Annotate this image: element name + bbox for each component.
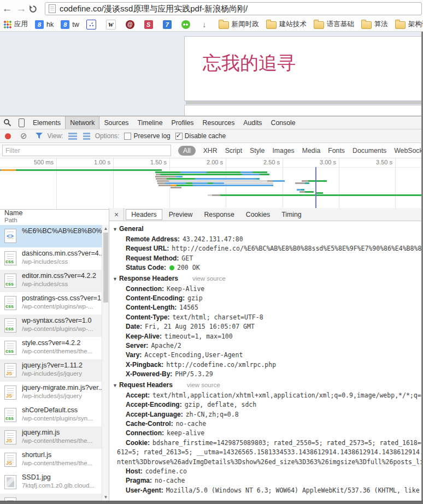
header-value: text/html; charset=UTF-8 bbox=[172, 313, 263, 321]
clear-icon[interactable]: ⊘ bbox=[20, 131, 27, 141]
network-request-row[interactable]: shCoreDefault.css /wp-content/plugins/sy… bbox=[0, 404, 102, 426]
bookmark-item[interactable]: W bbox=[106, 20, 119, 29]
scroll-up-arrow[interactable]: ▲ bbox=[102, 226, 109, 231]
bookmark-item[interactable]: 8 hk bbox=[35, 20, 54, 29]
network-request-row[interactable]: postratings-css.css?ver=1... /wp-content… bbox=[0, 292, 102, 315]
reload-button[interactable] bbox=[28, 4, 43, 14]
network-request-row[interactable]: %E6%BC%AB%E8%B0%8... bbox=[0, 225, 102, 247]
view-waterfall-icon[interactable] bbox=[83, 133, 90, 140]
view-source-link[interactable]: view source bbox=[192, 275, 226, 282]
forward-button[interactable]: → bbox=[14, 3, 28, 15]
header-line: Cache-Control:no-cache bbox=[113, 419, 423, 429]
type-filter-button[interactable]: Images bbox=[272, 147, 294, 155]
back-button[interactable]: ← bbox=[0, 3, 14, 15]
bookmark-icon bbox=[266, 21, 277, 29]
device-toolbar-icon[interactable] bbox=[14, 116, 28, 129]
scroll-down-arrow[interactable]: ▼ bbox=[102, 495, 109, 500]
network-request-row[interactable]: wp-syntax.css?ver=1.0 /wp-content/plugin… bbox=[0, 315, 102, 337]
request-name: postratings-css.css?ver=1... bbox=[22, 294, 102, 302]
url-bar[interactable]: codefine.co/漫谈ssd原理与应用实践pdf-新浪杨尚刚/ bbox=[45, 2, 422, 15]
bookmark-item[interactable]: ∴ bbox=[86, 20, 99, 29]
devtools-tab[interactable]: Audits bbox=[239, 116, 266, 129]
type-filter-buttons: All XHR Script Style Images bbox=[178, 143, 423, 158]
type-filter-button[interactable]: Fonts bbox=[328, 147, 345, 155]
network-request-row[interactable]: jquery-migrate.min.js?ver... /wp-include… bbox=[0, 382, 102, 404]
section-general: ▼General Remote Address:43.242.131.47:80… bbox=[113, 224, 423, 273]
type-filter-button[interactable]: Media bbox=[302, 147, 321, 155]
bookmark-item[interactable]: 算法 bbox=[361, 20, 388, 29]
network-request-row[interactable]: dashicons.min.css?ver=4.... /wp-includes… bbox=[0, 247, 102, 270]
request-path: /wp-content/themes/the... bbox=[22, 348, 102, 354]
headers-tab[interactable]: Headers bbox=[126, 209, 162, 220]
section-request-header[interactable]: ▼Request Headersview source bbox=[113, 380, 423, 391]
type-filter-button[interactable]: XHR bbox=[203, 147, 218, 155]
bookmark-icon: 7 bbox=[163, 20, 172, 29]
section-response-header[interactable]: ▼Response Headersview source bbox=[113, 274, 423, 284]
network-request-row[interactable]: editor.min.css?ver=4.2.2 /wp-includes/cs… bbox=[0, 270, 102, 292]
bookmark-item[interactable]: @ bbox=[126, 20, 137, 29]
network-list: Name Path %E6%BC%AB%E8%B0%8... bbox=[0, 208, 109, 501]
list-scrollbar[interactable]: ▲ ▼ bbox=[102, 225, 109, 501]
article-title: 忘我的追寻 bbox=[203, 51, 423, 76]
type-filter-button[interactable]: All bbox=[178, 146, 196, 156]
disable-cache-option[interactable]: Disable cache bbox=[175, 132, 226, 140]
header-value: Keep-Alive bbox=[167, 285, 204, 293]
timeline-overview[interactable]: 500 ms 1.00 s 1.50 s 2.00 s bbox=[0, 158, 423, 210]
devtools-tab[interactable]: Elements bbox=[28, 116, 65, 129]
ruler-tick-text: 500 ms bbox=[34, 159, 54, 165]
devtools-tab[interactable]: Sources bbox=[99, 116, 133, 129]
type-filter-button[interactable]: Documents bbox=[352, 147, 386, 155]
bookmark-item[interactable]: 新闻时政 bbox=[219, 20, 259, 29]
header-line: X-Pingback:http://codefine.co/xmlrpc.php bbox=[113, 360, 423, 370]
scroll-thumb[interactable] bbox=[103, 233, 108, 303]
headers-tab[interactable]: Response bbox=[199, 210, 239, 220]
network-request-row[interactable]: style.css?ver=4.2.2 /wp-content/themes/t… bbox=[0, 337, 102, 359]
bookmark-item[interactable]: 应用 bbox=[4, 20, 28, 29]
network-request-row[interactable]: jquery.min.js /wp-content/themes/the... bbox=[0, 426, 102, 449]
section-general-header[interactable]: ▼General bbox=[113, 224, 423, 235]
type-filter-button[interactable]: Style bbox=[250, 147, 265, 155]
headers-tab[interactable]: Timing bbox=[277, 210, 306, 220]
bookmark-item[interactable]: 7 bbox=[163, 20, 174, 29]
preserve-log-option[interactable]: Preserve log bbox=[124, 132, 170, 140]
type-filter-button[interactable]: Script bbox=[225, 147, 242, 155]
header-key: X-Powered-By: bbox=[126, 370, 172, 378]
view-compact-icon[interactable] bbox=[68, 133, 77, 140]
request-text: editor.min.css?ver=4.2.2 /wp-includes/cs… bbox=[22, 270, 102, 287]
type-filter-button[interactable]: WebSockets bbox=[394, 147, 423, 155]
filter-funnel-icon[interactable] bbox=[36, 133, 43, 139]
type-filter-label: Documents bbox=[352, 147, 386, 155]
filter-input[interactable] bbox=[2, 145, 171, 156]
devtools-tab[interactable]: Network bbox=[65, 116, 99, 129]
search-icon[interactable] bbox=[0, 116, 14, 129]
headers-tab[interactable]: Cookies bbox=[241, 210, 275, 220]
request-path: /wp-includes/css bbox=[22, 258, 102, 265]
bookmark-item[interactable]: 架构设计 bbox=[395, 20, 423, 29]
devtools-tab[interactable]: Console bbox=[267, 116, 300, 129]
close-icon[interactable]: × bbox=[109, 208, 124, 221]
network-request-row[interactable]: jquery.js?ver=1.11.2 /wp-includes/js/jqu… bbox=[0, 359, 102, 382]
request-name: wp-syntax.css?ver=1.0 bbox=[22, 317, 102, 324]
bookmark-item[interactable]: 语言基础 bbox=[314, 20, 354, 29]
bookmark-item[interactable]: 建站技术 bbox=[266, 20, 307, 29]
devtools-tab[interactable]: Timeline bbox=[133, 116, 167, 129]
record-button[interactable] bbox=[5, 133, 11, 139]
devtools-tab[interactable]: Profiles bbox=[167, 116, 198, 129]
header-key: Connection: bbox=[126, 285, 164, 293]
network-request-row[interactable]: SSD1.jpg 7ktqfj.com1.z0.glb.cloud... bbox=[0, 471, 102, 494]
bookmark-item[interactable]: ↓ bbox=[200, 20, 212, 29]
network-request-row[interactable]: shorturl.js /wp-content/themes/the... bbox=[0, 449, 102, 471]
list-header[interactable]: Name Path bbox=[0, 208, 109, 225]
bookmark-item[interactable]: S bbox=[144, 20, 156, 29]
preserve-log-checkbox[interactable] bbox=[124, 133, 131, 140]
headers-tab[interactable]: Preview bbox=[164, 210, 198, 220]
window-bottom-border bbox=[0, 501, 423, 504]
network-request-row[interactable] bbox=[0, 494, 102, 501]
bookmark-item[interactable]: 8 tw bbox=[61, 20, 79, 29]
disable-cache-checkbox[interactable] bbox=[175, 133, 183, 140]
header-line: Date:Fri, 21 Aug 2015 16:05:07 GMT bbox=[113, 322, 423, 331]
devtools-tab[interactable]: Resources bbox=[198, 116, 239, 129]
bookmark-item[interactable] bbox=[181, 20, 193, 29]
bookmark-icon: 8 bbox=[61, 20, 69, 29]
view-source-link[interactable]: view source bbox=[187, 382, 220, 388]
